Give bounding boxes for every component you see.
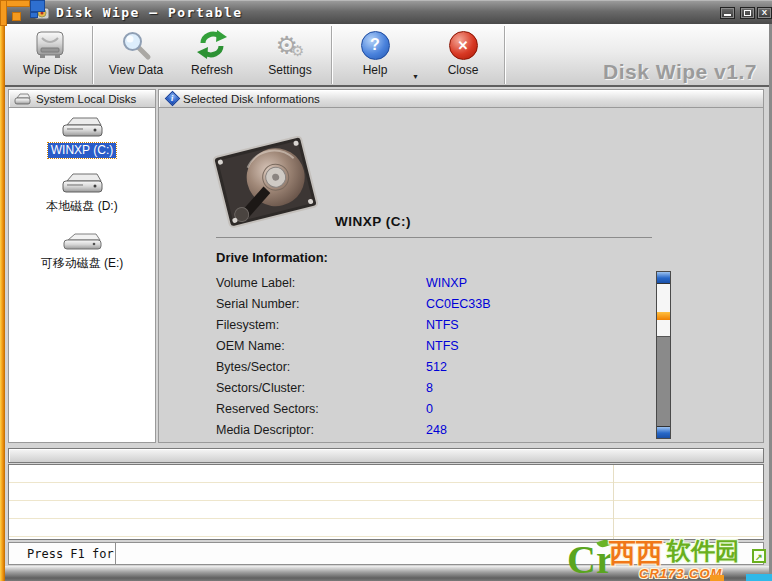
status-help-hint: Press F1 for H (9, 543, 116, 564)
settings-label: Settings (268, 63, 311, 77)
field-sectors-cluster: Sectors/Cluster:8 (216, 381, 636, 397)
version-label: Disk Wipe v1.7 (603, 60, 757, 84)
window-title: Disk Wipe — Portable (56, 5, 243, 20)
disk-wipe-window: Disk Wipe — Portable X (0, 0, 772, 581)
disks-icon (14, 93, 31, 105)
wipe-disk-button[interactable]: Wipe Disk (15, 28, 85, 82)
magnifier-icon (120, 28, 152, 62)
field-oem-name: OEM Name:NTFS (216, 339, 636, 355)
disk-list-header-label: System Local Disks (36, 93, 136, 105)
close-button[interactable]: ✕ Close (431, 28, 495, 82)
disk-item-e[interactable]: 可移动磁盘 (E:) (9, 230, 155, 271)
disk-info-panel: i Selected Disk Informations (158, 89, 764, 443)
log-list[interactable] (8, 464, 764, 540)
harddrive-icon (32, 28, 68, 62)
disk-item-label[interactable]: 本地磁盘 (D:) (43, 199, 120, 214)
scroll-down-button[interactable] (657, 426, 670, 438)
disk-info-header-label: Selected Disk Informations (183, 93, 320, 105)
site-watermark: Cr 西西 软件园 ↗ CR173.COM (567, 535, 772, 581)
scroll-up-button[interactable] (657, 272, 670, 284)
view-data-label: View Data (109, 63, 163, 77)
harddrive-icon (59, 115, 105, 139)
scrollbar-marker[interactable] (657, 312, 670, 320)
watermark-cyan-bar (746, 574, 772, 581)
wipe-disk-label: Wipe Disk (23, 63, 77, 77)
settings-button[interactable]: ⚙⚙ Settings (257, 28, 323, 82)
watermark-orange-bar (710, 575, 724, 581)
disk-list: WINXP (C:) 本地磁盘 (D:) 可移动磁盘 (E:) (8, 108, 156, 443)
help-label: Help (363, 63, 388, 77)
toolbar-separator (92, 26, 93, 84)
help-button[interactable]: ? Help (343, 28, 407, 82)
close-window-button[interactable]: X (757, 7, 772, 19)
toolbar-separator (504, 26, 505, 84)
watermark-logo: Cr (567, 541, 614, 579)
view-data-button[interactable]: View Data (101, 28, 171, 82)
close-label: Close (448, 63, 479, 77)
field-filesystem: Filesystem:NTFS (216, 318, 636, 334)
divider (216, 237, 652, 238)
disk-list-panel: System Local Disks WINXP (C:) (8, 89, 156, 443)
toolbar: Wipe Disk View Data (5, 24, 769, 87)
disk-item-c[interactable]: WINXP (C:) (9, 115, 155, 158)
disk-list-header: System Local Disks (8, 89, 156, 108)
refresh-label: Refresh (191, 63, 233, 77)
watermark-name-2: 软件园 (667, 535, 739, 567)
field-media-descriptor: Media Descriptor:248 (216, 423, 636, 439)
field-volume-label: Volume Label:WINXP (216, 276, 636, 292)
minimize-button[interactable] (720, 7, 735, 19)
removable-disk-icon (59, 230, 105, 252)
disk-info-body: WINXP (C:) Drive Information: Volume Lab… (158, 108, 764, 443)
refresh-button[interactable]: Refresh (179, 28, 245, 82)
drive-information-heading: Drive Information: (216, 250, 328, 265)
field-serial-number: Serial Number:CC0EC33B (216, 297, 636, 313)
disk-item-d[interactable]: 本地磁盘 (D:) (9, 171, 155, 214)
info-icon: i (165, 91, 181, 107)
disk-item-label[interactable]: WINXP (C:) (48, 143, 116, 158)
selected-disk-title: WINXP (C:) (335, 214, 411, 229)
field-bytes-sector: Bytes/Sector:512 (216, 360, 636, 376)
maximize-button[interactable] (740, 7, 755, 19)
disk-info-header: i Selected Disk Informations (158, 89, 764, 108)
field-reserved-sectors: Reserved Sectors:0 (216, 402, 636, 418)
maximize-icon (744, 10, 751, 16)
window-left-border (0, 0, 5, 581)
refresh-icon (195, 28, 229, 62)
harddrive-icon (59, 171, 105, 195)
title-bar: Disk Wipe — Portable X (0, 0, 772, 24)
disk-item-label[interactable]: 可移动磁盘 (E:) (38, 256, 127, 271)
log-list-column-divider (613, 465, 614, 539)
help-icon: ? (361, 31, 390, 60)
gears-icon: ⚙⚙ (276, 28, 305, 62)
toolbar-separator (331, 26, 332, 84)
watermark-corner-logo (0, 0, 46, 26)
close-icon: ✕ (449, 31, 478, 60)
scrollbar-thumb[interactable] (657, 284, 670, 337)
log-list-header (8, 448, 764, 463)
harddrive-photo (207, 136, 323, 232)
watermark-badge-icon: ↗ (752, 549, 766, 563)
help-dropdown-arrow[interactable]: ▼ (412, 73, 419, 80)
minimize-icon (724, 14, 731, 16)
info-scrollbar[interactable] (656, 271, 671, 439)
